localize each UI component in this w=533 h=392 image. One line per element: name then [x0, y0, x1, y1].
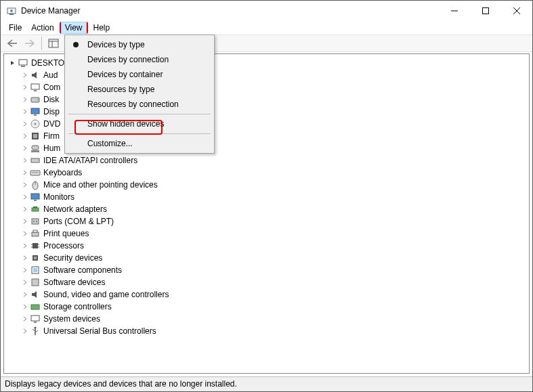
menu-help[interactable]: Help — [89, 22, 114, 34]
svg-rect-27 — [31, 158, 39, 162]
back-button[interactable] — [5, 36, 20, 51]
audio-icon — [30, 70, 41, 81]
tree-item[interactable]: Network adapters — [5, 203, 529, 215]
svg-point-37 — [33, 221, 35, 222]
dvd-icon — [30, 118, 41, 129]
expand-icon[interactable] — [20, 194, 30, 200]
svg-rect-41 — [33, 243, 38, 248]
expand-icon[interactable] — [20, 72, 30, 78]
close-button[interactable] — [501, 1, 532, 21]
tree-item[interactable]: Monitors — [5, 191, 529, 203]
forward-button[interactable] — [22, 36, 37, 51]
expand-icon[interactable] — [20, 170, 30, 175]
svg-rect-51 — [31, 305, 39, 309]
expand-icon[interactable] — [20, 206, 30, 212]
expand-icon[interactable] — [20, 146, 30, 151]
tree-item-label: Software devices — [43, 278, 105, 287]
expand-icon[interactable] — [20, 133, 30, 139]
svg-rect-25 — [32, 146, 39, 150]
maximize-button[interactable] — [470, 1, 501, 21]
hid-icon — [30, 143, 41, 154]
tree-item[interactable]: Software components — [5, 264, 529, 276]
expand-icon[interactable] — [20, 316, 30, 322]
printer-icon — [30, 228, 41, 239]
menu-devices-by-container[interactable]: Devices by container — [67, 67, 212, 82]
svg-rect-35 — [33, 206, 37, 208]
svg-rect-50 — [32, 279, 39, 286]
tree-item[interactable]: IDE ATA/ATAPI controllers — [5, 154, 529, 167]
tree-item[interactable]: Print queues — [5, 227, 529, 240]
tree-item[interactable]: Sound, video and game controllers — [5, 288, 529, 301]
tree-item[interactable]: Keyboards — [5, 167, 529, 179]
expand-icon[interactable] — [20, 243, 30, 248]
menu-devices-by-connection[interactable]: Devices by connection — [67, 52, 212, 67]
collapse-icon[interactable] — [8, 60, 18, 66]
expand-icon[interactable] — [20, 85, 30, 90]
minimize-button[interactable] — [439, 1, 470, 21]
show-hide-tree-button[interactable] — [46, 36, 61, 51]
tree-item[interactable]: System devices — [5, 313, 529, 325]
menu-item-label: Customize... — [87, 139, 133, 148]
svg-rect-26 — [31, 150, 39, 152]
tree-item-label: Ports (COM & LPT) — [43, 217, 114, 226]
system-icon — [30, 313, 41, 324]
software-devices-icon — [30, 277, 41, 288]
svg-rect-15 — [31, 84, 39, 89]
menu-resources-by-type[interactable]: Resources by type — [67, 82, 212, 97]
expand-icon[interactable] — [20, 328, 30, 334]
expand-icon[interactable] — [20, 97, 30, 102]
menu-resources-by-connection[interactable]: Resources by connection — [67, 97, 212, 112]
svg-rect-16 — [34, 90, 37, 91]
expand-icon[interactable] — [20, 109, 30, 114]
tree-item[interactable]: Ports (COM & LPT) — [5, 215, 529, 227]
svg-rect-52 — [31, 315, 39, 321]
svg-rect-39 — [32, 232, 39, 236]
tree-item[interactable]: Processors — [5, 240, 529, 252]
svg-point-18 — [37, 99, 39, 100]
expand-icon[interactable] — [20, 292, 30, 297]
tree-item-label: Security devices — [43, 253, 102, 263]
tree-item-label: Disk — [43, 95, 59, 104]
svg-rect-14 — [21, 66, 25, 67]
tree-item-label: Firm — [43, 131, 60, 141]
svg-point-2 — [10, 9, 13, 12]
svg-point-38 — [36, 221, 37, 222]
title-bar[interactable]: Device Manager — [1, 1, 532, 21]
tree-item[interactable]: Storage controllers — [5, 301, 529, 313]
menu-separator — [68, 114, 211, 114]
expand-icon[interactable] — [20, 219, 30, 224]
expand-icon[interactable] — [20, 280, 30, 285]
keyboard-icon — [30, 167, 41, 178]
expand-icon[interactable] — [20, 255, 30, 261]
tree-item-label: IDE ATA/ATAPI controllers — [43, 156, 137, 165]
menu-customize[interactable]: Customize... — [67, 136, 212, 151]
expand-icon[interactable] — [20, 267, 30, 273]
expand-icon[interactable] — [20, 121, 30, 127]
tree-item[interactable]: Software devices — [5, 276, 529, 288]
menu-item-label: Devices by type — [87, 40, 145, 49]
network-icon — [30, 204, 41, 215]
menu-action[interactable]: Action — [27, 22, 58, 34]
expand-icon[interactable] — [20, 182, 30, 188]
show-hidden-highlight-annotation — [74, 120, 163, 135]
menu-view[interactable]: View — [61, 22, 87, 34]
menu-file[interactable]: File — [5, 22, 26, 34]
tree-item[interactable]: Universal Serial Bus controllers — [5, 325, 529, 337]
tree-item[interactable]: Security devices — [5, 252, 529, 264]
sound-icon — [30, 289, 41, 300]
menu-devices-by-type[interactable]: Devices by type — [67, 37, 212, 52]
svg-point-55 — [35, 327, 37, 329]
svg-rect-32 — [31, 194, 39, 199]
menu-item-label: Devices by container — [87, 70, 163, 79]
tree-item-label: Aud — [43, 70, 58, 80]
disk-icon — [30, 94, 41, 105]
firmware-icon — [30, 131, 41, 141]
tree-item-label: System devices — [43, 314, 100, 324]
expand-icon[interactable] — [20, 231, 30, 236]
tree-item[interactable]: Mice and other pointing devices — [5, 179, 529, 191]
svg-rect-24 — [33, 134, 37, 138]
expand-icon[interactable] — [20, 158, 30, 163]
svg-rect-40 — [33, 230, 37, 232]
expand-icon[interactable] — [20, 304, 30, 309]
tree-item-label: Hum — [43, 144, 60, 153]
